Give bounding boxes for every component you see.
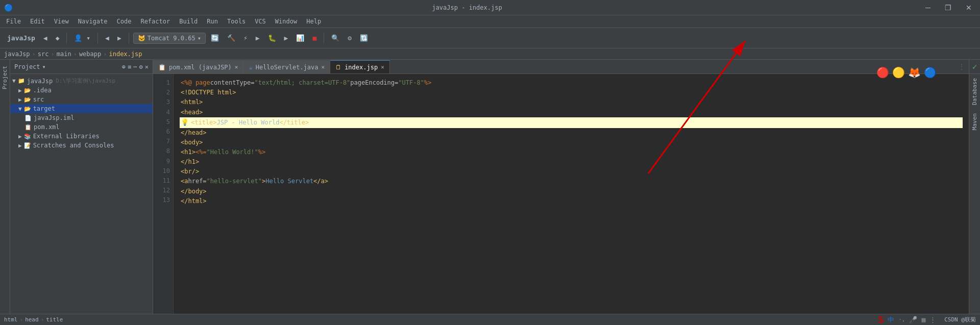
tab-servlet-icon: ☕ bbox=[249, 64, 252, 71]
tab-hello-servlet[interactable]: ☕ HelloServlet.java ✕ bbox=[243, 60, 330, 73]
project-panel-label[interactable]: Project bbox=[0, 62, 10, 93]
toolbar-debug-build[interactable]: ⚡ bbox=[240, 33, 251, 43]
maximize-button[interactable]: ❐ bbox=[941, 3, 955, 13]
minimize-button[interactable]: ─ bbox=[921, 3, 935, 13]
close-button[interactable]: ✕ bbox=[962, 3, 976, 13]
tree-ext-libs-expand-icon: ▶ bbox=[18, 133, 22, 140]
toolbar-nav-forward[interactable]: ▶ bbox=[114, 33, 125, 43]
sidebar-action-collapse[interactable]: ≡ bbox=[128, 63, 131, 70]
tab-overflow-btn[interactable]: ⋮ bbox=[959, 63, 969, 70]
sidebar-header: Project ▾ ⊕ ≡ ⋯ ⚙ ✕ bbox=[10, 60, 153, 74]
breadcrumb-part-5[interactable]: index.jsp bbox=[109, 51, 142, 58]
menu-edit[interactable]: Edit bbox=[26, 17, 49, 26]
tree-pom-label: pom.xml bbox=[34, 123, 60, 131]
sidebar-action-scope[interactable]: ⊕ bbox=[122, 63, 126, 70]
toolbar-settings[interactable]: ⚙ bbox=[345, 33, 355, 43]
tomcat-run-config[interactable]: 🐱 Tomcat 9.0.65 ▾ bbox=[133, 33, 206, 44]
ime-more-icon: ⋮ bbox=[929, 316, 936, 323]
code-content[interactable]: <%@ page contentType="text/html; charset… bbox=[174, 74, 969, 314]
status-sep-2: › bbox=[41, 316, 44, 323]
tab-jsp-close[interactable]: ✕ bbox=[381, 64, 384, 70]
tree-idea-expand-icon: ▶ bbox=[18, 87, 22, 94]
toolbar-stop-btn[interactable]: ■ bbox=[309, 33, 320, 43]
status-breadcrumb-html[interactable]: html bbox=[4, 316, 18, 323]
tree-scratches-expand-icon: ▶ bbox=[18, 142, 22, 149]
ime-table-icon: ▦ bbox=[921, 316, 925, 323]
toolbar-forward[interactable]: ◆ bbox=[53, 33, 63, 43]
status-right: S 中 ·, 🎤 ▦ ⋮ CSDN @联菊 bbox=[878, 314, 976, 325]
status-breadcrumb-title[interactable]: title bbox=[46, 316, 63, 323]
tree-scratches-icon: 📝 bbox=[24, 142, 31, 149]
toolbar-update[interactable]: 🔃 bbox=[357, 33, 371, 43]
toolbar-sep-1 bbox=[66, 33, 67, 44]
toolbar-back[interactable]: ◀ bbox=[40, 33, 51, 43]
tree-target[interactable]: ▼ 📂 target bbox=[10, 104, 153, 113]
tree-pom-file-icon: 📋 bbox=[24, 124, 32, 131]
menu-run[interactable]: Run bbox=[203, 17, 222, 26]
toolbar-run-btn[interactable]: ▶ bbox=[253, 33, 263, 43]
breadcrumb-part-4[interactable]: webapp bbox=[79, 51, 101, 58]
tree-iml[interactable]: 📄 javaJsp.iml bbox=[10, 113, 153, 122]
maven-panel-label[interactable]: Maven bbox=[969, 109, 980, 134]
tomcat-label: Tomcat 9.0.65 bbox=[148, 35, 195, 42]
menu-refactor[interactable]: Refactor bbox=[136, 17, 174, 26]
bulb-icon[interactable]: 💡 bbox=[181, 117, 189, 128]
tree-src[interactable]: ▶ 📂 src bbox=[10, 95, 153, 104]
toolbar-profile-btn[interactable]: 📊 bbox=[293, 33, 307, 43]
breadcrumb-sep-2: › bbox=[51, 51, 55, 58]
toolbar-add-config[interactable]: 👤 ▾ bbox=[71, 33, 93, 43]
sidebar-title: Project ▾ bbox=[14, 63, 46, 70]
toolbar-reload[interactable]: 🔄 bbox=[208, 33, 222, 43]
tree-ext-libs[interactable]: ▶ 📚 External Libraries bbox=[10, 132, 153, 141]
tree-root[interactable]: ▼ 📁 javaJsp D:\学习案例\javaJsp bbox=[10, 76, 153, 86]
sidebar-actions: ⊕ ≡ ⋯ ⚙ ✕ bbox=[122, 63, 149, 70]
status-sep-1: › bbox=[20, 316, 23, 323]
code-line-1: <%@ page contentType="text/html; charset… bbox=[180, 78, 963, 88]
menu-build[interactable]: Build bbox=[175, 17, 202, 26]
menu-vcs[interactable]: VCS bbox=[251, 17, 270, 26]
menu-help[interactable]: Help bbox=[302, 17, 325, 26]
code-line-5: 💡 <title>JSP - Hello World</title> bbox=[180, 117, 963, 128]
tab-servlet-close[interactable]: ✕ bbox=[322, 64, 325, 70]
sidebar-action-menu[interactable]: ⋯ bbox=[133, 63, 137, 70]
browser-icon-firefox[interactable]: 🦊 bbox=[908, 66, 921, 79]
sidebar-dropdown-icon[interactable]: ▾ bbox=[42, 63, 46, 70]
menu-file[interactable]: File bbox=[2, 17, 25, 26]
code-line-12: </body> bbox=[180, 187, 963, 196]
menu-window[interactable]: Window bbox=[271, 17, 301, 26]
tab-index-jsp[interactable]: 🗒 index.jsp ✕ bbox=[330, 60, 390, 73]
toolbar-app-name: javaJsp bbox=[4, 33, 38, 43]
status-breadcrumb-head[interactable]: head bbox=[25, 316, 39, 323]
toolbar-nav-back[interactable]: ◀ bbox=[102, 33, 112, 43]
tree-scratches[interactable]: ▶ 📝 Scratches and Consoles bbox=[10, 141, 153, 150]
tree-idea[interactable]: ▶ 📂 .idea bbox=[10, 86, 153, 95]
code-line-3: <html> bbox=[180, 97, 963, 107]
code-editor[interactable]: 1 2 3 4 5 6 7 8 9 10 11 12 13 <%@ page c… bbox=[153, 74, 969, 314]
browser-icon-chrome-alt[interactable]: 🔴 bbox=[876, 66, 889, 79]
menu-view[interactable]: View bbox=[50, 17, 73, 26]
breadcrumb-part-3[interactable]: main bbox=[57, 51, 71, 58]
code-line-10: <br/> bbox=[180, 167, 963, 177]
toolbar-search[interactable]: 🔍 bbox=[328, 33, 342, 43]
tab-pom-close[interactable]: ✕ bbox=[235, 64, 238, 70]
browser-icon-chrome[interactable]: 🟡 bbox=[892, 66, 905, 79]
code-line-9: </h1> bbox=[180, 157, 963, 167]
menu-navigate[interactable]: Navigate bbox=[74, 17, 112, 26]
sidebar-action-close[interactable]: ✕ bbox=[145, 63, 149, 70]
breadcrumb-part-1[interactable]: javaJsp bbox=[4, 51, 30, 58]
tree-pom[interactable]: 📋 pom.xml bbox=[10, 122, 153, 132]
tree-target-expand-icon: ▼ bbox=[18, 106, 22, 112]
status-right-text: CSDN @联菊 bbox=[944, 316, 976, 323]
browser-icon-edge[interactable]: 🔵 bbox=[924, 66, 937, 79]
breadcrumb-sep-1: › bbox=[32, 51, 36, 58]
menu-code[interactable]: Code bbox=[113, 17, 136, 26]
tab-pom-xml[interactable]: 📋 pom.xml (javaJSP) ✕ bbox=[153, 60, 243, 73]
breadcrumb-part-2[interactable]: src bbox=[38, 51, 49, 58]
menu-tools[interactable]: Tools bbox=[223, 17, 250, 26]
sidebar-action-settings[interactable]: ⚙ bbox=[139, 63, 143, 70]
toolbar-build[interactable]: 🔨 bbox=[224, 33, 238, 43]
database-panel-label[interactable]: Database bbox=[969, 74, 980, 109]
toolbar-debug-btn[interactable]: 🐛 bbox=[265, 33, 279, 43]
status-bar: html › head › title S 中 ·, 🎤 ▦ ⋮ CSDN @联… bbox=[0, 314, 980, 325]
toolbar-coverage-btn[interactable]: ▶ bbox=[281, 33, 291, 43]
